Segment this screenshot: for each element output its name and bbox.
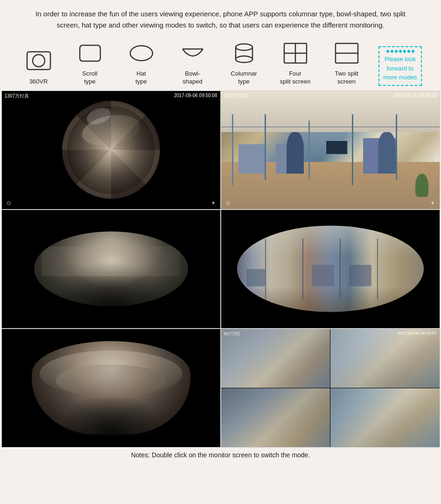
columnar-label: Columnartype — [231, 70, 257, 86]
mode-360vr[interactable]: 360VR — [13, 47, 64, 86]
svg-point-8 — [236, 56, 252, 63]
cam-icon-right: ✦ — [211, 200, 216, 206]
cam-icon-left: ⊙ — [7, 200, 11, 206]
mode-two-split[interactable]: Two splitscreen — [321, 39, 372, 86]
svg-point-5 — [236, 44, 252, 50]
gallery-cell-bot-left — [1, 329, 221, 448]
please-look-text: Please look forward to more modes — [383, 56, 417, 81]
mode-scroll[interactable]: Scrolltype — [64, 39, 116, 86]
two-split-label: Two splitscreen — [335, 70, 358, 86]
hat-label: Hattype — [135, 70, 147, 86]
two-split-icon — [330, 39, 363, 67]
office-scene-top-right — [221, 91, 440, 209]
columnar-icon — [228, 39, 260, 67]
svg-rect-2 — [80, 45, 100, 61]
mode-please-look: Please look forward to more modes — [372, 46, 428, 86]
notes-text: Notes: Double click on the monitor scree… — [131, 448, 310, 461]
mode-bowl[interactable]: Bowl-shaped — [167, 39, 218, 86]
header-description: In order to increase the fun of the user… — [0, 0, 441, 35]
bowl-icon — [176, 39, 209, 67]
gallery-container: 1307万灯具 2017-09-06 09:50:08 ⊙ ✦ — [1, 91, 440, 448]
quad-top-left — [221, 329, 330, 388]
gallery-cell-bot-right: 5G7万灯 2017-09-06 09:50:07 — [221, 329, 440, 448]
quad-bottom-left — [221, 388, 330, 447]
timestamp-top-left: 2017-09-06 09:50:08 — [174, 93, 217, 98]
four-split-label: Foursplit screen — [280, 70, 311, 86]
gallery-cell-mid-left — [1, 210, 221, 329]
hat-icon — [125, 39, 158, 67]
svg-point-3 — [130, 46, 153, 61]
cam-icon-right-top-left: ⊙ — [226, 200, 231, 206]
quad-bottom-right — [330, 388, 440, 447]
scroll-label: Scrolltype — [82, 70, 98, 86]
360vr-icon — [22, 47, 55, 75]
four-split-icon — [279, 39, 312, 67]
please-look-box: Please look forward to more modes — [378, 46, 421, 86]
mode-four-split[interactable]: Foursplit screen — [270, 39, 321, 86]
timestamp-quad-right: 2017-09-06 09:50:07 — [398, 331, 437, 336]
gallery-left: 1307万灯具 2017-09-06 09:50:08 ⊙ ✦ — [1, 91, 221, 448]
cam-icon-right-top-right: ✦ — [430, 200, 435, 206]
360vr-label: 360VR — [29, 78, 48, 86]
modes-row: 360VR Scrolltype Hattype Bowl-shaped — [0, 35, 441, 91]
timestamp-top-right: 2017-09-06 09:50:26 — [393, 93, 437, 98]
quad-top-right — [330, 329, 440, 388]
gallery-cell-top-left: 1307万灯具 2017-09-06 09:50:08 ⊙ ✦ — [1, 91, 221, 210]
svg-point-1 — [33, 55, 45, 67]
please-look-dots — [383, 50, 417, 53]
bowl-label: Bowl-shaped — [182, 70, 203, 86]
cam-label-top-right: 1307万灯具 — [224, 93, 248, 99]
gallery-cell-top-right: 1307万灯具 2017-09-06 09:50:26 — [221, 91, 440, 210]
mode-hat[interactable]: Hattype — [116, 39, 167, 86]
scroll-icon — [74, 39, 106, 67]
gallery-right: 1307万灯具 2017-09-06 09:50:26 — [221, 91, 440, 448]
timestamp-quad-left: 5G7万灯 — [224, 331, 240, 337]
mode-columnar[interactable]: Columnartype — [218, 39, 270, 86]
cam-label-top-left: 1307万灯具 — [5, 93, 29, 99]
gallery-cell-mid-right — [221, 210, 440, 329]
